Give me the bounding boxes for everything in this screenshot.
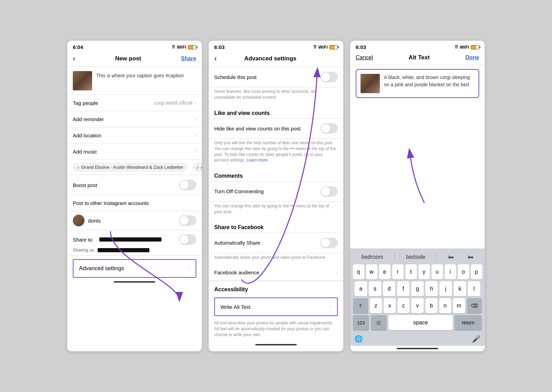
status-icons-1: ⠿ WiFi xyxy=(172,45,196,50)
signal-icon-2: ⠿ xyxy=(313,45,317,50)
alt-text-preview-box[interactable]: A black, white, and brown corgi sleeping… xyxy=(356,69,479,98)
account-toggle[interactable] xyxy=(179,215,196,226)
key-m[interactable]: m xyxy=(453,298,465,313)
key-w[interactable]: w xyxy=(366,264,377,280)
write-alt-text-row[interactable]: Write Alt Text › xyxy=(214,297,338,316)
music-chip-1[interactable]: ♪ Grand Elusive · Austin Woodward & Zack… xyxy=(73,163,188,172)
key-s[interactable]: s xyxy=(369,281,381,296)
learn-more-link[interactable]: Learn more xyxy=(246,158,267,163)
turn-off-commenting-row[interactable]: Turn Off Commenting xyxy=(209,182,343,202)
key-y[interactable]: y xyxy=(418,264,430,280)
facebook-audience-label: Facebook audience xyxy=(214,270,259,275)
back-button-2[interactable]: ‹ xyxy=(214,54,217,63)
status-bar-3: 6:03 ⠿ WiFi xyxy=(350,41,485,52)
key-v[interactable]: v xyxy=(411,298,423,313)
schedule-row[interactable]: Schedule this post xyxy=(209,67,343,87)
alt-text-note: Alt text describes your photos for peopl… xyxy=(209,319,343,342)
alt-text-field[interactable]: A black, white, and brown corgi sleeping… xyxy=(384,74,474,88)
screen-3-alt-text: 6:03 ⠿ WiFi Cancel Alt Text Done A black… xyxy=(350,41,485,351)
hide-like-row[interactable]: Hide like and view counts on this post xyxy=(209,118,343,139)
word-suggestion-3[interactable]: 🛏 xyxy=(445,253,457,262)
key-k[interactable]: k xyxy=(454,281,466,296)
status-bar-1: 6:04 ⠿ WiFi xyxy=(67,41,202,52)
facebook-audience-row[interactable]: Facebook audience › xyxy=(209,265,343,281)
chevron-advanced: › xyxy=(188,265,190,272)
word-suggestion-2[interactable]: bedside xyxy=(403,253,429,262)
space-key[interactable]: space xyxy=(388,315,453,330)
account-row: donts xyxy=(67,211,202,230)
alt-text-thumbnail xyxy=(361,74,380,93)
number-key[interactable]: 123 xyxy=(353,315,369,330)
chevron-tag-people: › xyxy=(195,100,196,106)
key-q[interactable]: q xyxy=(353,264,364,280)
key-a[interactable]: a xyxy=(355,281,367,296)
done-button[interactable]: Done xyxy=(465,55,479,61)
screen-1-new-post: 6:04 ⠿ WiFi ‹ New post Share This is whe… xyxy=(67,41,202,351)
battery-icon-1 xyxy=(188,45,196,49)
auto-share-row[interactable]: Automatically Share xyxy=(209,233,343,253)
hide-like-label: Hide like and view counts on this post xyxy=(214,126,300,131)
key-l[interactable]: l xyxy=(468,281,480,296)
boost-post-row[interactable]: Boost post xyxy=(67,175,202,195)
post-thumbnail xyxy=(73,71,92,90)
share-to-row: Share to xyxy=(73,233,196,246)
music-chips-row: ♪ Grand Elusive · Austin Woodward & Zack… xyxy=(67,160,202,175)
advanced-settings-row[interactable]: Advanced settings › xyxy=(73,259,196,278)
home-bar-3 xyxy=(397,348,438,349)
word-suggestion-1[interactable]: bedroom xyxy=(358,253,387,262)
word-suggestion-4[interactable]: 🛏 xyxy=(464,253,477,262)
arrow-area xyxy=(350,102,485,248)
commenting-toggle[interactable] xyxy=(321,186,338,197)
suggestion-divider-1: | xyxy=(394,253,395,262)
key-i[interactable]: i xyxy=(445,264,456,280)
add-music-row[interactable]: Add music › xyxy=(67,144,202,160)
share-to-bar xyxy=(99,237,161,242)
delete-key[interactable]: ⌫ xyxy=(467,298,482,313)
music-chip-2[interactable]: ♪ Atlan… xyxy=(193,163,202,172)
write-alt-text-label: Write Alt Text xyxy=(220,304,250,310)
key-x[interactable]: x xyxy=(384,298,396,313)
key-h[interactable]: h xyxy=(425,281,438,296)
share-button[interactable]: Share xyxy=(181,56,196,62)
tag-people-row[interactable]: Tag people corgi.world.official › xyxy=(67,95,202,111)
key-e[interactable]: e xyxy=(379,264,391,280)
key-d[interactable]: d xyxy=(383,281,395,296)
key-c[interactable]: c xyxy=(397,298,410,313)
page-title-2: Advanced settings xyxy=(244,55,296,62)
boost-post-toggle[interactable] xyxy=(179,180,196,190)
thumbnail-image xyxy=(73,71,92,90)
key-p[interactable]: p xyxy=(471,264,482,280)
page-title-1: New post xyxy=(115,55,141,62)
key-j[interactable]: j xyxy=(440,281,452,296)
add-reminder-row[interactable]: Add reminder › xyxy=(67,111,202,127)
key-u[interactable]: u xyxy=(432,264,443,280)
post-caption[interactable]: This is where your caption goes #caption xyxy=(96,71,184,79)
home-bar-1 xyxy=(114,281,155,283)
schedule-toggle[interactable] xyxy=(321,72,338,82)
share-to-toggle[interactable] xyxy=(179,234,196,245)
key-row-4: 123 ☺ space return xyxy=(353,315,482,330)
key-o[interactable]: o xyxy=(458,264,469,280)
key-g[interactable]: g xyxy=(411,281,424,296)
globe-icon[interactable]: 🌐 xyxy=(354,335,363,343)
auto-share-toggle[interactable] xyxy=(321,238,338,248)
key-f[interactable]: f xyxy=(397,281,410,296)
hide-like-toggle[interactable] xyxy=(321,123,338,134)
key-b[interactable]: b xyxy=(425,298,437,313)
key-t[interactable]: t xyxy=(405,264,417,280)
return-key[interactable]: return xyxy=(454,315,482,330)
cancel-button[interactable]: Cancel xyxy=(356,55,373,61)
share-to-section: Share to Sharing as xyxy=(67,230,202,256)
wifi-icon-2: WiFi xyxy=(318,45,328,50)
shift-key[interactable]: ⇧ xyxy=(353,298,368,313)
share-to-label: Share to xyxy=(73,237,92,243)
mic-icon[interactable]: 🎤 xyxy=(472,335,481,343)
add-location-row[interactable]: Add location › xyxy=(67,127,202,144)
key-n[interactable]: n xyxy=(439,298,451,313)
emoji-key[interactable]: ☺ xyxy=(371,315,387,330)
key-r[interactable]: r xyxy=(392,264,404,280)
back-button-1[interactable]: ‹ xyxy=(73,54,75,63)
key-z[interactable]: z xyxy=(370,298,382,313)
status-icons-3: ⠿ WiFi xyxy=(455,45,479,50)
like-counts-section-header: Like and view counts xyxy=(209,105,343,118)
